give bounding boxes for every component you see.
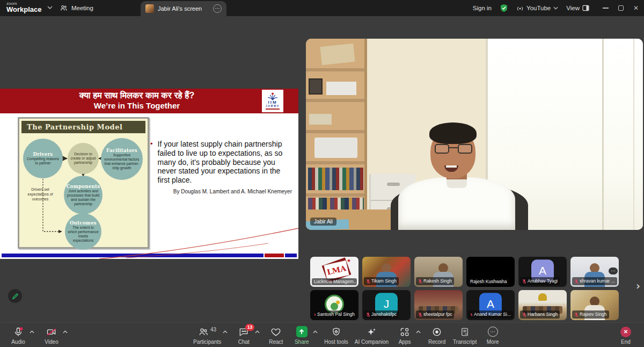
iim-jammu-logo: IIM JAMMU [262,90,283,112]
maximize-button[interactable] [618,5,624,11]
participant-name: Anubhav Tyagi [528,279,558,284]
end-label: End [621,339,631,345]
host-tools-label: Host tools [324,339,348,345]
participant-thumbnail-janshakti[interactable]: J Janshaktifpc [362,290,411,320]
participant-thumbnail-anand[interactable]: A Anand Kumar Si... [466,290,515,320]
record-button[interactable]: Record [427,326,447,345]
react-button[interactable]: React [266,326,286,345]
participant-thumbnail-tikam[interactable]: Tikam Singh [362,257,411,287]
titlebar-right-controls: Sign in YouTube View [473,0,639,16]
participant-thumbnail-anubhav[interactable]: A Anubhav Tyagi [518,257,567,287]
transcript-label: Transcript [453,339,477,345]
zoom-meeting-window: zoom Workplace Meeting Jabir Ali's scree… [0,0,644,347]
participants-count: 43 [210,327,216,332]
apps-icon [399,326,410,337]
partnership-model-diagram: The Partnership Model Drivers Compelling… [18,117,149,249]
video-button[interactable]: Video [42,326,61,345]
participant-name: Tikam Singh [371,279,397,284]
host-tools-button[interactable]: Host tools [324,326,348,345]
transcript-button[interactable]: Transcript [453,326,477,345]
ai-companion-button[interactable]: AI Companion [355,326,389,345]
record-icon [431,326,442,337]
end-x-icon: ✕ [620,327,631,337]
live-stream-icon [516,5,524,11]
more-label: More [487,339,499,345]
speaker-glasses [435,144,472,155]
react-label: React [269,339,283,345]
view-control[interactable]: View [566,5,589,11]
workplace-logo-text: Workplace [6,6,42,13]
main-video-tile[interactable]: Jabir Ali [306,39,643,230]
participant-thumbnail-rajeev[interactable]: Rajeev Singh [570,290,619,320]
outcomes-node: Outcomes The extent to which performance… [65,213,101,250]
participant-thumbnail-harbans[interactable]: Harbans Singh [518,290,567,320]
participant-name: Anand Kumar Si... [474,312,511,317]
participant-thumbnail-rajesh[interactable]: Rajesh Kushwaha [466,257,515,287]
muted-mic-icon [418,279,422,284]
main-video-name-tag: Jabir Ali [310,218,336,226]
muted-mic-icon [574,312,579,317]
more-ellipsis-icon: ⋯ [488,327,498,337]
participant-thumbnail-rakesh[interactable]: Rakesh Singh [414,257,463,287]
participant-thumbnail-santosh[interactable]: Santosh Pal Singh [310,290,358,320]
share-chevron-up-icon[interactable] [313,330,318,334]
apps-chevron-up-icon[interactable] [416,330,421,334]
diagram-title: The Partnership Model [21,121,145,133]
muted-mic-icon [314,312,316,317]
apps-button[interactable]: Apps [395,326,414,345]
share-button[interactable]: Share [292,326,311,345]
lma-star-icon: ★ [347,258,351,263]
participant-thumbnail-lucknow[interactable]: LMA ★ Lucknow Managem... [310,257,358,287]
close-button[interactable]: ✕ [633,5,639,11]
participant-name: Rajesh Kushwaha [470,279,507,284]
tab-options-icon[interactable]: ⋯ [213,4,222,13]
sparkle-icon [366,326,377,337]
security-shield-icon[interactable] [500,4,508,12]
bullet-marker: • [150,140,153,185]
muted-mic-icon [574,279,579,284]
view-label: View [566,5,580,11]
end-meeting-button[interactable]: ✕ End [616,326,635,345]
transcript-icon [460,326,470,337]
tab-avatar [145,4,154,13]
chat-label: Chat [238,339,250,345]
participant-name: Janshaktifpc [371,312,397,317]
tab-meeting[interactable]: Meeting [60,0,93,16]
participants-button[interactable]: 43 Participants [193,326,221,345]
decision-node: Decision to create or adjust partnership [68,143,99,174]
participants-label: Participants [193,339,221,345]
chat-chevron-up-icon[interactable] [255,330,260,334]
facilitators-node: Facilitators Supportive environmental fa… [101,138,143,180]
participant-name: sheetalpur fpc [423,312,452,317]
slide-footer-bar [2,254,297,257]
more-button[interactable]: ⋯ More [483,326,502,345]
video-label: Video [45,339,58,345]
audio-button[interactable]: Audio [9,326,28,345]
participant-thumbnail-shravan[interactable]: ⋯ shravan kumar ... [570,257,619,287]
participant-thumbnail-sheetalpur[interactable]: sheetalpur fpc [414,290,463,320]
workspace-chevron-down-icon[interactable] [47,6,53,9]
slide-title-hindi: क्या हम साथ मिलकर काम कर रहे हैं? [21,90,252,101]
chat-button[interactable]: 13 Chat [234,326,253,345]
bookshelf [306,39,367,230]
participant-name: Rajeev Singh [580,312,607,317]
thumbnail-options-button[interactable]: ⋯ [609,268,618,274]
bullet-text: If your latest supply chain partnership … [158,140,291,185]
stream-label: YouTube [526,5,551,11]
muted-mic-icon [470,312,473,317]
muted-mic-icon [366,279,370,284]
video-chevron-up-icon[interactable] [63,330,68,334]
gallery-row-1: LMA ★ Lucknow Managem... Tikam Singh Rak… [310,257,619,287]
participant-name: Lucknow Managem... [314,279,357,284]
diagram-side-note: Drivers set expectations of outcomes [23,187,58,201]
audio-chevron-up-icon[interactable] [30,330,34,334]
zoom-workplace-logo: zoom Workplace [6,2,42,13]
minimize-button[interactable] [603,8,609,9]
meeting-toolbar: Audio Video [0,322,644,347]
gallery-next-button[interactable]: › [636,280,640,291]
sign-in-button[interactable]: Sign in [473,5,492,11]
live-stream-control[interactable]: YouTube [516,5,558,11]
annotate-pencil-button[interactable] [8,289,22,303]
tab-jabir-ali-screen[interactable]: Jabir Ali's screen ⋯ [141,1,226,16]
participants-chevron-up-icon[interactable] [223,330,228,334]
